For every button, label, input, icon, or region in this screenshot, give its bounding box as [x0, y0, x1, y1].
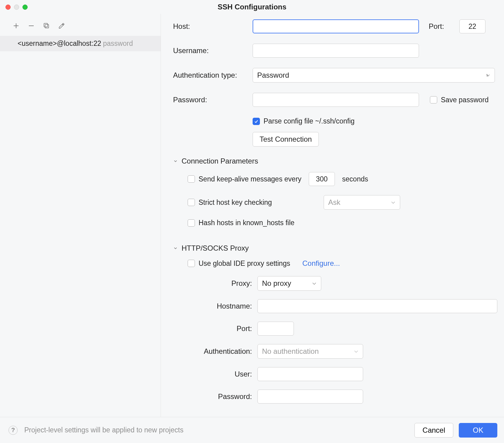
chevron-down-icon	[354, 347, 359, 356]
auth-type-value: Password	[257, 71, 289, 79]
config-list-item[interactable]: <username>@localhost:22 password	[0, 36, 161, 51]
proxy-label: Proxy:	[191, 279, 257, 288]
sidebar-toolbar	[0, 19, 161, 36]
content-pane: Host: Port: Username: Authentication typ…	[161, 14, 504, 417]
host-label: Host:	[173, 22, 253, 31]
parse-config-checkbox[interactable]	[253, 118, 260, 125]
username-input[interactable]	[253, 44, 419, 58]
svg-rect-4	[44, 23, 48, 27]
strict-host-key-checkbox[interactable]	[188, 199, 195, 206]
maximize-window-icon[interactable]	[22, 5, 28, 10]
proxy-password-label: Password:	[191, 392, 257, 401]
proxy-port-label: Port:	[191, 324, 257, 333]
ok-button[interactable]: OK	[459, 423, 497, 438]
keepalive-input[interactable]	[309, 172, 335, 186]
titlebar: SSH Configurations	[0, 0, 504, 14]
sidebar: <username>@localhost:22 password	[0, 14, 161, 417]
auth-type-select[interactable]: Password	[253, 68, 495, 83]
proxy-hostname-label: Hostname:	[191, 302, 257, 310]
test-connection-button[interactable]: Test Connection	[253, 132, 319, 147]
use-global-proxy-checkbox[interactable]	[188, 260, 195, 267]
keepalive-suffix: seconds	[342, 175, 368, 183]
proxy-user-input[interactable]	[257, 367, 363, 381]
password-input[interactable]	[253, 93, 419, 107]
config-item-text: <username>@localhost:22	[18, 39, 101, 48]
edit-icon[interactable]	[58, 22, 66, 30]
proxy-port-input[interactable]	[257, 322, 294, 336]
password-label: Password:	[173, 96, 253, 104]
svg-rect-3	[45, 24, 49, 28]
proxy-password-input[interactable]	[257, 390, 363, 404]
port-input[interactable]	[459, 19, 485, 33]
username-label: Username:	[173, 46, 253, 55]
cancel-button[interactable]: Cancel	[414, 423, 454, 438]
chevron-down-icon	[173, 157, 178, 165]
strict-label: Strict host key checking	[199, 198, 320, 207]
close-window-icon[interactable]	[5, 5, 11, 10]
proxy-auth-label: Authentication:	[191, 347, 257, 356]
host-input[interactable]	[253, 19, 419, 33]
proxy-auth-select[interactable]: No authentication	[257, 344, 363, 359]
minimize-window-icon[interactable]	[14, 5, 19, 10]
chevron-down-icon	[485, 71, 490, 79]
proxy-user-label: User:	[191, 370, 257, 378]
ssh-config-window: SSH Configurations <username>@localho	[0, 0, 504, 443]
footer-message: Project-level settings will be applied t…	[24, 426, 183, 434]
add-icon[interactable]	[12, 22, 20, 30]
configure-proxy-link[interactable]: Configure...	[302, 259, 340, 268]
proxy-hostname-input[interactable]	[257, 299, 497, 313]
port-label: Port:	[429, 22, 444, 31]
remove-icon[interactable]	[27, 22, 35, 30]
hash-hosts-checkbox[interactable]	[188, 219, 195, 227]
save-password-label: Save password	[441, 96, 489, 104]
chevron-down-icon	[391, 198, 396, 207]
chevron-down-icon	[312, 279, 317, 288]
use-global-proxy-label: Use global IDE proxy settings	[199, 259, 290, 268]
help-icon[interactable]: ?	[9, 426, 18, 435]
copy-icon[interactable]	[43, 22, 50, 30]
keepalive-row: Send keep-alive messages every seconds	[188, 172, 497, 186]
strict-host-key-select[interactable]: Ask	[324, 195, 400, 210]
proxy-type-select[interactable]: No proxy	[257, 276, 321, 291]
window-controls	[5, 5, 28, 10]
keepalive-prefix: Send keep-alive messages every	[199, 175, 301, 183]
config-item-hint: password	[103, 39, 133, 48]
chevron-down-icon	[173, 244, 178, 252]
hash-hosts-label: Hash hosts in known_hosts file	[199, 219, 295, 227]
window-title: SSH Configurations	[0, 3, 504, 11]
save-password-checkbox[interactable]	[430, 96, 437, 103]
parse-config-label: Parse config file ~/.ssh/config	[264, 117, 355, 125]
proxy-section-header[interactable]: HTTP/SOCKS Proxy	[173, 244, 497, 252]
footer: ? Project-level settings will be applied…	[0, 417, 504, 443]
connection-params-header[interactable]: Connection Parameters	[173, 157, 497, 165]
auth-type-label: Authentication type:	[173, 71, 253, 79]
keepalive-checkbox[interactable]	[188, 175, 195, 183]
